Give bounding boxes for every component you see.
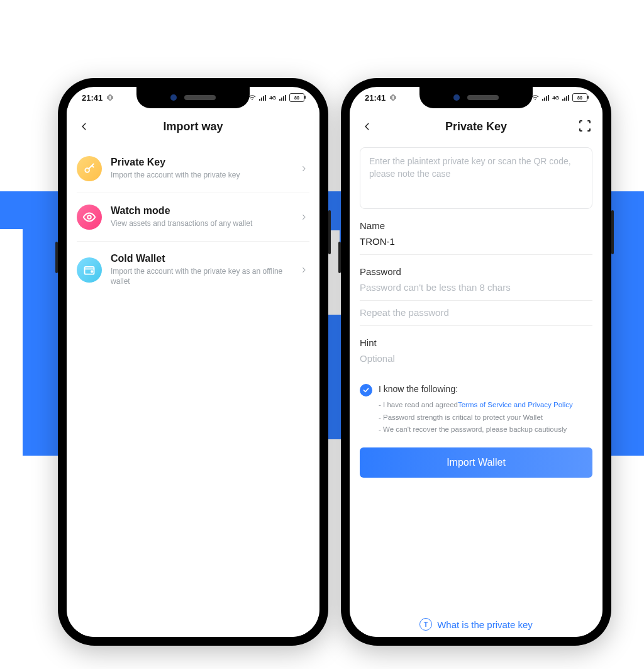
phone-notch — [136, 87, 250, 108]
phone-mockup-left: 21:41 4G 80 Impor — [58, 78, 328, 646]
page-title: Private Key — [445, 120, 507, 133]
import-wallet-button[interactable]: Import Wallet — [360, 447, 592, 478]
chevron-right-icon — [298, 211, 309, 223]
what-is-label: What is the private key — [437, 619, 533, 630]
chevron-right-icon — [298, 163, 309, 174]
repeat-password-input[interactable]: Repeat the password — [360, 302, 592, 326]
bg-decor — [0, 191, 62, 229]
battery-icon: 80 — [289, 93, 304, 102]
svg-point-2 — [87, 215, 91, 219]
info-icon: T — [419, 618, 432, 631]
check-icon — [362, 386, 370, 394]
hint-label: Hint — [360, 337, 592, 348]
option-title: Watch mode — [111, 205, 289, 216]
ack-point-2: - Password strength is critical to prote… — [379, 412, 592, 424]
status-time: 21:41 — [82, 93, 103, 103]
name-label: Name — [360, 220, 592, 231]
page-title: Import way — [163, 120, 223, 133]
option-cold-wallet[interactable]: Cold Wallet Import the account with the … — [77, 242, 309, 298]
option-subtitle: Import the account with the private key … — [111, 267, 289, 286]
scan-icon — [577, 118, 592, 133]
wallet-icon — [77, 257, 102, 283]
back-button[interactable] — [75, 118, 93, 135]
signal-icon — [259, 94, 266, 101]
svg-point-4 — [91, 271, 93, 273]
battery-icon: 80 — [572, 93, 587, 102]
ack-checkbox[interactable] — [360, 384, 372, 396]
signal-icon — [279, 94, 286, 101]
password-input[interactable]: Password can't be less than 8 chars — [360, 277, 592, 301]
chevron-right-icon — [298, 264, 309, 276]
status-time: 21:41 — [365, 93, 386, 103]
option-subtitle: Import the account with the private key — [111, 171, 289, 181]
svg-rect-0 — [109, 95, 111, 100]
vibrate-icon — [389, 94, 397, 101]
option-title: Private Key — [111, 157, 289, 168]
eye-icon — [77, 205, 102, 230]
phone-mockup-right: 21:41 4G 80 Priva — [341, 78, 611, 646]
key-icon — [77, 156, 102, 181]
signal-icon — [542, 94, 549, 101]
vibrate-icon — [106, 94, 114, 101]
phone-notch — [419, 87, 533, 108]
ack-point-1: - I have read and agreedTerms of Service… — [379, 399, 592, 412]
password-label: Password — [360, 266, 592, 277]
option-private-key[interactable]: Private Key Import the account with the … — [77, 145, 309, 193]
what-is-link[interactable]: T What is the private key — [360, 608, 592, 637]
private-key-input[interactable]: Enter the plaintext private key or scan … — [360, 147, 592, 209]
back-button[interactable] — [358, 118, 376, 135]
option-subtitle: View assets and transactions of any wall… — [111, 219, 289, 229]
hint-input[interactable]: Optional — [360, 348, 592, 371]
signal-icon — [562, 94, 569, 101]
scan-button[interactable] — [577, 118, 594, 135]
option-watch-mode[interactable]: Watch mode View assets and transactions … — [77, 193, 309, 242]
svg-rect-5 — [392, 95, 394, 100]
ack-point-3: - We can't recover the password, please … — [379, 424, 592, 436]
wifi-icon — [531, 94, 539, 101]
option-title: Cold Wallet — [111, 253, 289, 264]
wifi-icon — [248, 94, 256, 101]
name-input[interactable]: TRON-1 — [360, 231, 592, 255]
terms-link[interactable]: Terms of Service and Privacy Policy — [458, 401, 573, 408]
ack-header: I know the following: — [379, 384, 592, 394]
